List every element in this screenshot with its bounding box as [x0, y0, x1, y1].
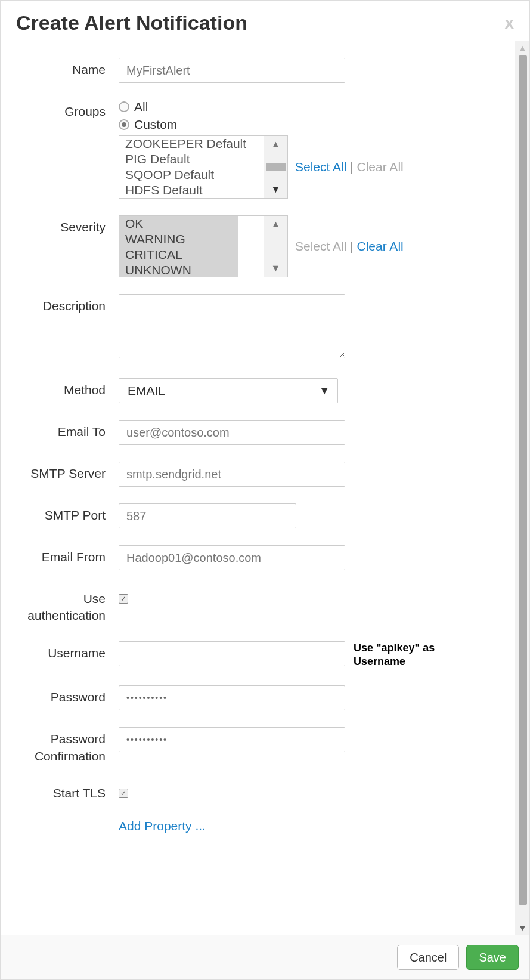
row-username: Username Use "apikey" as Username: [8, 641, 494, 669]
label-password: Password: [8, 685, 119, 706]
label-email-from: Email From: [8, 545, 119, 565]
radio-icon: [119, 101, 129, 112]
label-smtp-port: SMTP Port: [8, 503, 119, 524]
row-email-from: Email From: [8, 545, 494, 570]
modal-title: Create Alert Notification: [16, 11, 247, 35]
scroll-thumb[interactable]: [519, 55, 527, 905]
label-start-tls: Start TLS: [8, 781, 119, 802]
modal-footer: Cancel Save: [1, 935, 529, 979]
list-item[interactable]: ZOOKEEPER Default: [119, 136, 256, 152]
description-textarea[interactable]: [119, 294, 345, 358]
label-use-auth: Use authentication: [8, 587, 119, 625]
email-from-input[interactable]: [119, 545, 345, 570]
radio-groups-all[interactable]: All: [119, 100, 494, 114]
close-icon[interactable]: x: [504, 14, 514, 33]
chevron-down-icon[interactable]: ▼: [519, 924, 527, 932]
severity-helper-links: Select All | Clear All: [295, 239, 404, 253]
select-all-link[interactable]: Select All: [295, 239, 346, 253]
chevron-down-icon[interactable]: ▼: [271, 181, 281, 198]
add-property-link[interactable]: Add Property ...: [119, 819, 206, 833]
list-item[interactable]: WARNING: [119, 231, 238, 247]
row-description: Description: [8, 294, 494, 361]
row-name: Name: [8, 58, 494, 83]
label-password-confirm: Password Confirmation: [8, 727, 119, 765]
radio-groups-custom[interactable]: Custom: [119, 118, 494, 132]
row-method: Method EMAIL ▼: [8, 378, 494, 403]
password-input[interactable]: [119, 685, 345, 710]
modal-scrollbar[interactable]: ▲ ▼: [515, 41, 529, 935]
username-annotation: Use "apikey" as Username: [354, 641, 455, 669]
groups-listbox[interactable]: ZOOKEEPER Default PIG Default SQOOP Defa…: [119, 135, 288, 199]
select-all-link[interactable]: Select All: [295, 160, 346, 174]
radio-icon: [119, 119, 129, 130]
start-tls-checkbox[interactable]: ✓: [119, 789, 128, 798]
list-item[interactable]: PIG Default: [119, 152, 256, 167]
create-alert-modal: Create Alert Notification x Name Groups …: [0, 0, 530, 980]
label-smtp-server: SMTP Server: [8, 462, 119, 482]
label-severity: Severity: [8, 215, 119, 236]
name-input[interactable]: [119, 58, 345, 83]
label-groups: Groups: [8, 100, 119, 120]
modal-body: Name Groups All Custom: [1, 41, 515, 935]
radio-all-label: All: [134, 100, 148, 114]
email-to-input[interactable]: [119, 420, 345, 445]
chevron-up-icon[interactable]: ▲: [519, 44, 527, 52]
chevron-down-icon[interactable]: ▼: [271, 260, 281, 277]
row-password: Password: [8, 685, 494, 710]
list-item[interactable]: UNKNOWN: [119, 262, 238, 277]
label-name: Name: [8, 58, 119, 78]
radio-custom-label: Custom: [134, 118, 177, 132]
scroll-thumb[interactable]: [266, 163, 286, 171]
label-username: Username: [8, 641, 119, 661]
clear-all-link[interactable]: Clear All: [357, 160, 404, 174]
row-groups: Groups All Custom ZOOKEEPER Default: [8, 100, 494, 199]
chevron-down-icon: ▼: [319, 385, 330, 397]
row-start-tls: Start TLS ✓: [8, 781, 494, 802]
label-method: Method: [8, 378, 119, 398]
row-email-to: Email To: [8, 420, 494, 445]
list-item[interactable]: OK: [119, 216, 238, 231]
listbox-scrollbar[interactable]: ▲ ▼: [264, 216, 287, 277]
clear-all-link[interactable]: Clear All: [357, 239, 404, 253]
modal-body-wrap: Name Groups All Custom: [1, 41, 529, 935]
listbox-scrollbar[interactable]: ▲ ▼: [264, 136, 287, 198]
list-item[interactable]: CRITICAL: [119, 247, 238, 262]
severity-listbox[interactable]: OK WARNING CRITICAL UNKNOWN ▲ ▼: [119, 215, 288, 277]
method-value: EMAIL: [128, 384, 165, 398]
save-button[interactable]: Save: [466, 945, 519, 970]
cancel-button[interactable]: Cancel: [397, 945, 459, 970]
password-confirm-input[interactable]: [119, 727, 345, 752]
row-severity: Severity OK WARNING CRITICAL UNKNOWN: [8, 215, 494, 277]
label-email-to: Email To: [8, 420, 119, 440]
row-add-property: Add Property ...: [8, 819, 494, 833]
row-smtp-port: SMTP Port: [8, 503, 494, 528]
username-input[interactable]: [119, 641, 345, 666]
modal-header: Create Alert Notification x: [1, 1, 529, 41]
smtp-server-input[interactable]: [119, 462, 345, 487]
list-item[interactable]: SQOOP Default: [119, 167, 256, 183]
use-auth-checkbox[interactable]: ✓: [119, 594, 128, 604]
chevron-up-icon[interactable]: ▲: [271, 216, 281, 233]
chevron-up-icon[interactable]: ▲: [271, 136, 281, 153]
smtp-port-input[interactable]: [119, 503, 296, 528]
list-item[interactable]: HDFS Default: [119, 183, 256, 198]
row-use-auth: Use authentication ✓: [8, 587, 494, 625]
row-smtp-server: SMTP Server: [8, 462, 494, 487]
method-select[interactable]: EMAIL ▼: [119, 378, 338, 403]
label-description: Description: [8, 294, 119, 314]
groups-helper-links: Select All | Clear All: [295, 160, 404, 174]
row-password-confirm: Password Confirmation: [8, 727, 494, 765]
